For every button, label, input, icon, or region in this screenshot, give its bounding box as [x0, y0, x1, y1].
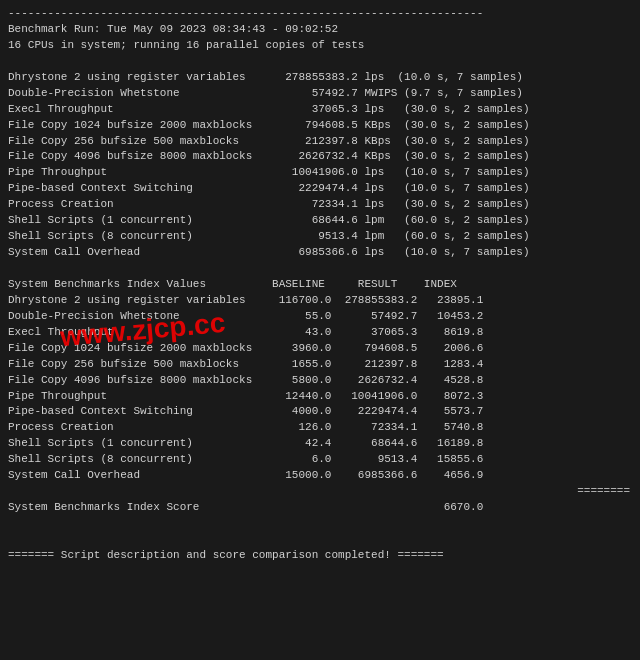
blank1: [8, 54, 632, 70]
index-score-line: System Benchmarks Index Score 6670.0: [8, 500, 632, 516]
index-row: Execl Throughput 43.0 37065.3 8619.8: [8, 325, 632, 341]
test-result-row: Execl Throughput 37065.3 lps (30.0 s, 2 …: [8, 102, 632, 118]
index-row: Double-Precision Whetstone 55.0 57492.7 …: [8, 309, 632, 325]
test-result-row: Pipe Throughput 10041906.0 lps (10.0 s, …: [8, 165, 632, 181]
test-result-row: File Copy 4096 bufsize 8000 maxblocks 26…: [8, 149, 632, 165]
script-completion-line: ======= Script description and score com…: [8, 548, 632, 564]
cpu-info-line: 16 CPUs in system; running 16 parallel c…: [8, 38, 632, 54]
index-row: File Copy 1024 bufsize 2000 maxblocks 39…: [8, 341, 632, 357]
index-row: Process Creation 126.0 72334.1 5740.8: [8, 420, 632, 436]
separator-line: ----------------------------------------…: [8, 6, 632, 22]
test-result-row: Pipe-based Context Switching 2229474.4 l…: [8, 181, 632, 197]
index-table: Dhrystone 2 using register variables 116…: [8, 293, 632, 484]
test-result-row: File Copy 256 bufsize 500 maxblocks 2123…: [8, 134, 632, 150]
index-row: Pipe-based Context Switching 4000.0 2229…: [8, 404, 632, 420]
test-result-row: File Copy 1024 bufsize 2000 maxblocks 79…: [8, 118, 632, 134]
index-row: Shell Scripts (8 concurrent) 6.0 9513.4 …: [8, 452, 632, 468]
test-result-row: Process Creation 72334.1 lps (30.0 s, 2 …: [8, 197, 632, 213]
blank2: [8, 261, 632, 277]
index-row: Shell Scripts (1 concurrent) 42.4 68644.…: [8, 436, 632, 452]
test-result-row: Shell Scripts (1 concurrent) 68644.6 lpm…: [8, 213, 632, 229]
index-row: System Call Overhead 15000.0 6985366.6 4…: [8, 468, 632, 484]
test-result-row: Shell Scripts (8 concurrent) 9513.4 lpm …: [8, 229, 632, 245]
index-row: File Copy 4096 bufsize 8000 maxblocks 58…: [8, 373, 632, 389]
test-results: Dhrystone 2 using register variables 278…: [8, 70, 632, 261]
blank3: [8, 516, 632, 532]
terminal: ----------------------------------------…: [8, 6, 632, 564]
table-header: System Benchmarks Index Values BASELINE …: [8, 277, 632, 293]
test-result-row: Dhrystone 2 using register variables 278…: [8, 70, 632, 86]
test-result-row: System Call Overhead 6985366.6 lps (10.0…: [8, 245, 632, 261]
test-result-row: Double-Precision Whetstone 57492.7 MWIPS…: [8, 86, 632, 102]
equals-divider: ========: [8, 484, 632, 500]
blank4: [8, 532, 632, 548]
index-row: File Copy 256 bufsize 500 maxblocks 1655…: [8, 357, 632, 373]
benchmark-run-line: Benchmark Run: Tue May 09 2023 08:34:43 …: [8, 22, 632, 38]
index-row: Dhrystone 2 using register variables 116…: [8, 293, 632, 309]
index-row: Pipe Throughput 12440.0 10041906.0 8072.…: [8, 389, 632, 405]
